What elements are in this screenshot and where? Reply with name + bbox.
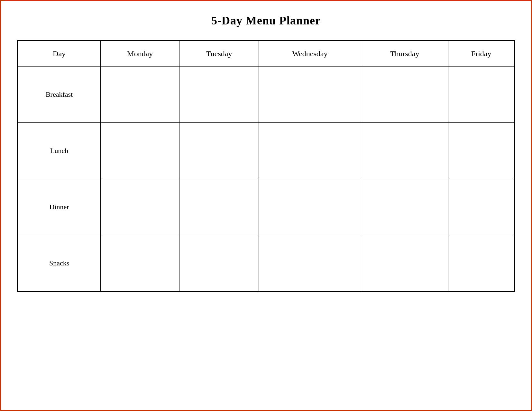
page-title: 5-Day Menu Planner (211, 14, 321, 27)
col-monday: Monday (101, 41, 179, 67)
meal-row-breakfast: Breakfast (18, 67, 515, 123)
meal-label-lunch: Lunch (18, 123, 101, 179)
meal-cell-breakfast-1[interactable] (179, 67, 259, 123)
col-wednesday: Wednesday (259, 41, 361, 67)
col-thursday: Thursday (361, 41, 448, 67)
meal-label-breakfast: Breakfast (18, 67, 101, 123)
col-day: Day (18, 41, 101, 67)
meal-cell-breakfast-3[interactable] (361, 67, 448, 123)
meal-cell-lunch-2[interactable] (259, 123, 361, 179)
meal-cell-dinner-4[interactable] (448, 179, 515, 235)
meal-cell-snacks-4[interactable] (448, 235, 515, 291)
meal-cell-snacks-1[interactable] (179, 235, 259, 291)
meal-cell-dinner-3[interactable] (361, 179, 448, 235)
meal-row-lunch: Lunch (18, 123, 515, 179)
meal-cell-dinner-2[interactable] (259, 179, 361, 235)
meal-cell-breakfast-0[interactable] (101, 67, 179, 123)
meal-cell-dinner-1[interactable] (179, 179, 259, 235)
col-tuesday: Tuesday (179, 41, 259, 67)
meal-cell-breakfast-2[interactable] (259, 67, 361, 123)
meal-cell-lunch-0[interactable] (101, 123, 179, 179)
meal-cell-snacks-0[interactable] (101, 235, 179, 291)
meal-cell-snacks-3[interactable] (361, 235, 448, 291)
meal-row-dinner: Dinner (18, 179, 515, 235)
meal-label-dinner: Dinner (18, 179, 101, 235)
meal-cell-lunch-3[interactable] (361, 123, 448, 179)
meal-cell-dinner-0[interactable] (101, 179, 179, 235)
meal-row-snacks: Snacks (18, 235, 515, 291)
col-friday: Friday (448, 41, 515, 67)
header-row: Day Monday Tuesday Wednesday Thursday Fr… (18, 41, 515, 67)
meal-cell-lunch-1[interactable] (179, 123, 259, 179)
meal-cell-snacks-2[interactable] (259, 235, 361, 291)
meal-label-snacks: Snacks (18, 235, 101, 291)
meal-cell-breakfast-4[interactable] (448, 67, 515, 123)
planner-table: Day Monday Tuesday Wednesday Thursday Fr… (17, 40, 515, 292)
meal-cell-lunch-4[interactable] (448, 123, 515, 179)
